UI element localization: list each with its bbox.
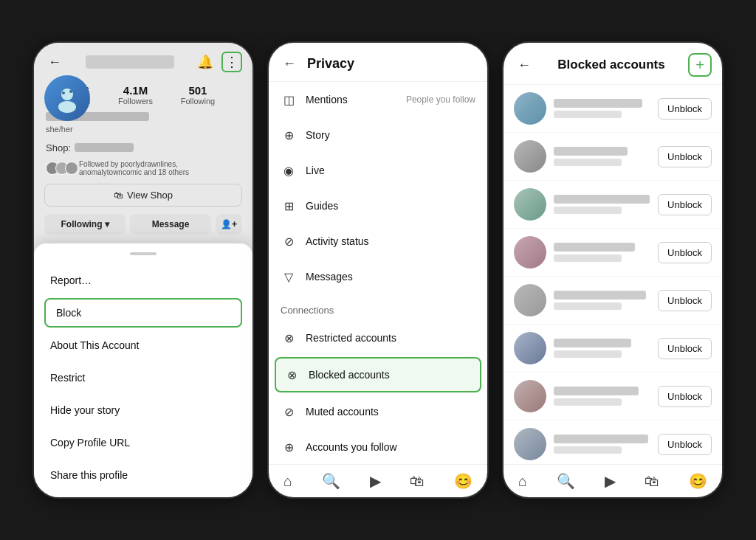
followed-by-row: Followed by poorlydrawnlines, anomalytow… xyxy=(34,159,252,181)
activity-label: Activity status xyxy=(306,235,475,247)
shop-label: Shop: xyxy=(46,142,71,153)
copy-url-option[interactable]: Copy Profile URL xyxy=(34,426,252,459)
home-nav-icon-3[interactable]: ⌂ xyxy=(518,473,527,490)
add-blocked-button[interactable]: + xyxy=(688,53,712,77)
unblock-button-3[interactable]: Unblock xyxy=(658,194,712,215)
bottom-nav: ⌂ 🔍 ▶ 🛍 😊 xyxy=(269,464,487,497)
blocked-sub-1 xyxy=(554,111,622,118)
report-option[interactable]: Report… xyxy=(34,264,252,297)
back-icon[interactable]: ← xyxy=(44,52,65,72)
privacy-item-guides[interactable]: ⊞ Guides xyxy=(269,188,487,224)
blocked-avatar-8 xyxy=(514,428,546,460)
story-icon: ⊕ xyxy=(281,127,297,143)
search-nav-icon[interactable]: 🔍 xyxy=(322,472,340,490)
privacy-content: ◫ Mentions People you follow ⊕ Story ◉ L… xyxy=(269,82,487,464)
unblock-button-2[interactable]: Unblock xyxy=(658,146,712,167)
restricted-label: Restricted accounts xyxy=(306,332,475,344)
followed-avatars xyxy=(46,162,75,175)
blocked-name-1 xyxy=(554,99,642,108)
privacy-item-blocked[interactable]: ⊗ Blocked accounts xyxy=(275,357,481,392)
blocked-item-3: Unblock xyxy=(504,181,722,229)
blocked-sub-2 xyxy=(554,159,622,166)
share-profile-option[interactable]: Share this profile xyxy=(34,459,252,491)
blocked-avatar-1 xyxy=(514,92,546,125)
profile-nav-icon-3[interactable]: 😊 xyxy=(689,472,707,490)
blocked-item-4: Unblock xyxy=(504,229,722,277)
story-label: Story xyxy=(306,129,475,141)
blocked-accounts-header: ← Blocked accounts + xyxy=(504,43,722,85)
shop-row: Shop: xyxy=(34,136,252,159)
about-option[interactable]: About This Account xyxy=(34,329,252,361)
avatar xyxy=(44,75,90,121)
shop-nav-icon[interactable]: 🛍 xyxy=(410,473,425,490)
unblock-button-5[interactable]: Unblock xyxy=(658,290,712,311)
search-nav-icon-3[interactable]: 🔍 xyxy=(557,472,575,490)
blocked-sub-4 xyxy=(554,255,622,262)
view-shop-button[interactable]: 🛍 View Shop xyxy=(44,184,242,207)
guides-icon: ⊞ xyxy=(281,198,297,214)
blocked-name-2 xyxy=(554,147,628,156)
sheet-handle xyxy=(130,252,157,255)
blocked-item-2: Unblock xyxy=(504,133,722,181)
following-button[interactable]: Following ▾ xyxy=(44,214,126,235)
phone-2: ← Privacy ◫ Mentions People you follow ⊕… xyxy=(267,41,489,499)
shop-icon: 🛍 xyxy=(114,190,123,201)
privacy-header: ← Privacy xyxy=(269,43,487,82)
connections-section-label: Connections xyxy=(269,294,487,320)
privacy-item-restricted[interactable]: ⊗ Restricted accounts xyxy=(269,320,487,356)
svg-point-3 xyxy=(69,90,72,93)
unblock-button-4[interactable]: Unblock xyxy=(658,242,712,263)
message-button[interactable]: Message xyxy=(130,214,211,235)
block-option[interactable]: Block xyxy=(44,298,242,328)
person-add-icon: 👤+ xyxy=(221,219,237,229)
add-friend-button[interactable]: 👤+ xyxy=(216,214,242,235)
phone-1: ← 🔔 ⋮ 586 Posts xyxy=(32,41,254,499)
mentions-sub: People you follow xyxy=(406,94,475,105)
blocked-sub-5 xyxy=(554,302,622,310)
live-icon: ◉ xyxy=(281,162,297,179)
back-icon[interactable]: ← xyxy=(279,53,300,74)
blocked-name-5 xyxy=(554,291,646,300)
username-bar xyxy=(86,55,174,69)
chevron-down-icon: ▾ xyxy=(105,219,109,229)
profile-nav-icon[interactable]: 😊 xyxy=(454,472,472,490)
notification-icon[interactable]: 🔔 xyxy=(195,52,216,72)
blocked-icon: ⊗ xyxy=(284,367,300,383)
privacy-item-live[interactable]: ◉ Live xyxy=(269,153,487,188)
blocked-name-6 xyxy=(554,339,631,347)
blocked-item-5: Unblock xyxy=(504,277,722,325)
unblock-button-6[interactable]: Unblock xyxy=(658,338,712,359)
hide-story-option[interactable]: Hide your story xyxy=(34,394,252,426)
blocked-name-8 xyxy=(554,435,648,443)
live-label: Live xyxy=(306,165,475,176)
privacy-item-mentions[interactable]: ◫ Mentions People you follow xyxy=(269,82,487,117)
unblock-button-1[interactable]: Unblock xyxy=(658,98,712,120)
privacy-item-following[interactable]: ⊕ Accounts you follow xyxy=(269,429,487,464)
top-bar-icons: 🔔 ⋮ xyxy=(195,52,242,72)
blocked-info-2 xyxy=(554,147,650,166)
unblock-button-7[interactable]: Unblock xyxy=(658,386,712,407)
blocked-info-5 xyxy=(554,291,650,310)
following-label: Accounts you follow xyxy=(306,441,475,453)
reels-nav-icon-3[interactable]: ▶ xyxy=(605,472,616,490)
more-options-icon[interactable]: ⋮ xyxy=(221,52,242,72)
blocked-sub-7 xyxy=(554,398,622,406)
privacy-item-story[interactable]: ⊕ Story xyxy=(269,117,487,153)
restrict-option[interactable]: Restrict xyxy=(34,361,252,394)
blocked-info-3 xyxy=(554,195,650,214)
phone-3: ← Blocked accounts + Unblock Unblock xyxy=(502,41,724,499)
back-icon[interactable]: ← xyxy=(514,55,535,75)
home-nav-icon[interactable]: ⌂ xyxy=(284,473,292,490)
restricted-icon: ⊗ xyxy=(281,330,297,346)
privacy-item-muted[interactable]: ⊘ Muted accounts xyxy=(269,394,487,429)
shop-nav-icon-3[interactable]: 🛍 xyxy=(645,473,659,490)
blocked-avatar-4 xyxy=(514,236,546,269)
action-row: Following ▾ Message 👤+ xyxy=(34,210,252,239)
svg-point-1 xyxy=(58,101,76,113)
muted-icon: ⊘ xyxy=(281,404,297,420)
privacy-item-activity[interactable]: ⊘ Activity status xyxy=(269,224,487,259)
reels-nav-icon[interactable]: ▶ xyxy=(370,472,381,490)
privacy-item-messages[interactable]: ▽ Messages xyxy=(269,259,487,294)
messages-icon: ▽ xyxy=(281,269,297,285)
unblock-button-8[interactable]: Unblock xyxy=(658,434,712,455)
